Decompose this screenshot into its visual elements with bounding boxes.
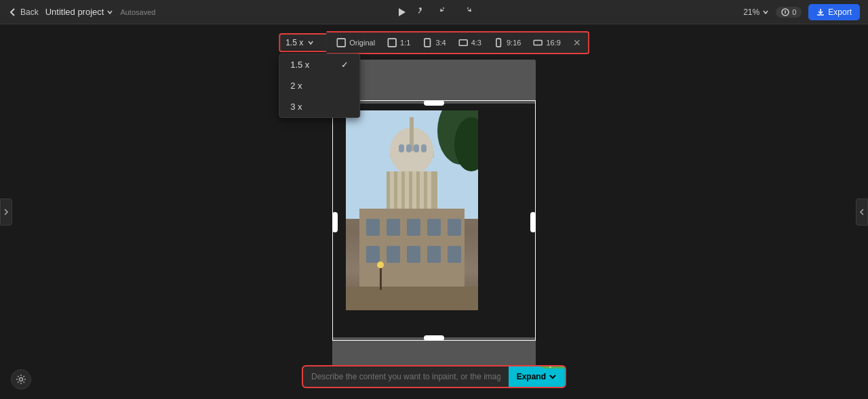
ratio-close-button[interactable]: ✕ bbox=[570, 35, 584, 51]
svg-rect-36 bbox=[387, 246, 400, 263]
right-panel-toggle[interactable] bbox=[856, 198, 868, 226]
svg-rect-7 bbox=[388, 39, 396, 47]
badge-count: 0 bbox=[792, 8, 796, 16]
zoom-control[interactable]: 21% bbox=[743, 7, 769, 17]
topbar-right: 21% 0 Export bbox=[743, 4, 860, 20]
svg-rect-9 bbox=[459, 40, 467, 46]
topbar-left: Back Untitled project Autosaved bbox=[8, 7, 743, 17]
zoom-option-1-5x[interactable]: 1.5 x ✓ bbox=[279, 54, 359, 75]
ratio-options: Original 1:1 3:4 4:3 bbox=[326, 31, 589, 54]
crop-handle-right[interactable] bbox=[530, 212, 536, 232]
ratio-4-3-label: 4:3 bbox=[471, 39, 481, 47]
svg-rect-19 bbox=[406, 144, 412, 152]
ratio-original-label: Original bbox=[349, 39, 375, 47]
svg-rect-24 bbox=[397, 171, 401, 209]
ratio-1-1-label: 1:1 bbox=[400, 39, 410, 47]
prompt-bar: Expand Try free bbox=[302, 365, 566, 388]
svg-rect-33 bbox=[427, 219, 441, 236]
svg-rect-38 bbox=[427, 246, 441, 263]
export-button[interactable]: Export bbox=[808, 4, 860, 20]
canvas-top-extension bbox=[332, 60, 536, 104]
svg-rect-40 bbox=[346, 287, 478, 310]
canvas-area: 1.5 x 1.5 x ✓ 2 x 3 x bbox=[0, 24, 868, 399]
zoom-selected-label: 1.5 x bbox=[285, 38, 303, 47]
ratio-9-16-label: 9:16 bbox=[507, 39, 521, 47]
ratio-4-3-button[interactable]: 4:3 bbox=[453, 35, 487, 50]
svg-rect-20 bbox=[414, 144, 419, 152]
back-label: Back bbox=[20, 7, 39, 17]
try-free-badge: Try free bbox=[541, 365, 566, 369]
zoom-option-3x[interactable]: 3 x bbox=[279, 96, 359, 117]
topbar-center bbox=[394, 5, 474, 20]
ratio-3-4-label: 3:4 bbox=[435, 39, 446, 47]
svg-rect-27 bbox=[420, 171, 424, 209]
svg-rect-26 bbox=[412, 171, 416, 209]
svg-rect-41 bbox=[380, 266, 382, 290]
ratio-3-4-button[interactable]: 3:4 bbox=[417, 35, 451, 50]
svg-point-43 bbox=[20, 378, 23, 381]
svg-rect-32 bbox=[407, 219, 420, 236]
ratio-toolbar: 1.5 x 1.5 x ✓ 2 x 3 x bbox=[279, 31, 589, 54]
play-button[interactable] bbox=[394, 5, 409, 20]
crop-handle-bottom[interactable] bbox=[424, 335, 444, 341]
settings-button[interactable] bbox=[11, 369, 31, 390]
zoom-dropdown-wrapper: 1.5 x 1.5 x ✓ 2 x 3 x bbox=[279, 33, 326, 52]
svg-rect-34 bbox=[448, 219, 461, 236]
project-title[interactable]: Untitled project bbox=[45, 7, 114, 17]
zoom-level: 21% bbox=[743, 7, 760, 17]
export-label: Export bbox=[828, 7, 852, 17]
svg-rect-39 bbox=[448, 246, 461, 263]
project-title-text: Untitled project bbox=[45, 7, 104, 17]
svg-rect-10 bbox=[496, 39, 500, 47]
svg-rect-18 bbox=[399, 144, 404, 152]
zoom-dropdown-button[interactable]: 1.5 x bbox=[279, 33, 326, 52]
svg-rect-31 bbox=[387, 219, 400, 236]
topbar: Back Untitled project Autosaved bbox=[0, 0, 868, 24]
ratio-16-9-label: 16:9 bbox=[546, 39, 560, 47]
ratio-1-1-button[interactable]: 1:1 bbox=[382, 35, 416, 50]
redo-button[interactable] bbox=[459, 5, 474, 20]
zoom-option-2x[interactable]: 2 x bbox=[279, 75, 359, 96]
svg-rect-37 bbox=[407, 246, 420, 263]
badge: 0 bbox=[776, 7, 802, 18]
photo-image bbox=[346, 110, 478, 310]
ratio-original-button[interactable]: Original bbox=[331, 35, 380, 50]
crop-handle-left[interactable] bbox=[332, 212, 338, 232]
expand-button[interactable]: Expand Try free bbox=[509, 366, 565, 387]
svg-marker-0 bbox=[399, 8, 406, 16]
expand-label: Expand bbox=[517, 372, 546, 381]
restore-button[interactable] bbox=[416, 5, 431, 20]
svg-rect-28 bbox=[427, 171, 431, 209]
svg-point-42 bbox=[377, 261, 384, 268]
left-panel-toggle[interactable] bbox=[0, 198, 12, 226]
svg-rect-23 bbox=[390, 171, 394, 209]
crop-handle-top[interactable] bbox=[424, 100, 444, 106]
ratio-9-16-button[interactable]: 9:16 bbox=[488, 35, 526, 50]
zoom-dropdown-menu: 1.5 x ✓ 2 x 3 x bbox=[279, 54, 360, 118]
svg-rect-25 bbox=[405, 171, 409, 209]
svg-rect-35 bbox=[366, 246, 380, 263]
svg-rect-30 bbox=[366, 219, 380, 236]
back-button[interactable]: Back bbox=[8, 7, 39, 17]
image-viewport bbox=[332, 60, 536, 385]
autosaved-label: Autosaved bbox=[120, 8, 155, 16]
svg-rect-21 bbox=[421, 144, 427, 152]
svg-rect-11 bbox=[534, 41, 542, 45]
ratio-16-9-button[interactable]: 16:9 bbox=[528, 35, 566, 50]
undo-button[interactable] bbox=[437, 5, 452, 20]
prompt-input[interactable] bbox=[303, 366, 509, 387]
svg-rect-8 bbox=[425, 39, 431, 47]
svg-rect-6 bbox=[337, 39, 345, 47]
